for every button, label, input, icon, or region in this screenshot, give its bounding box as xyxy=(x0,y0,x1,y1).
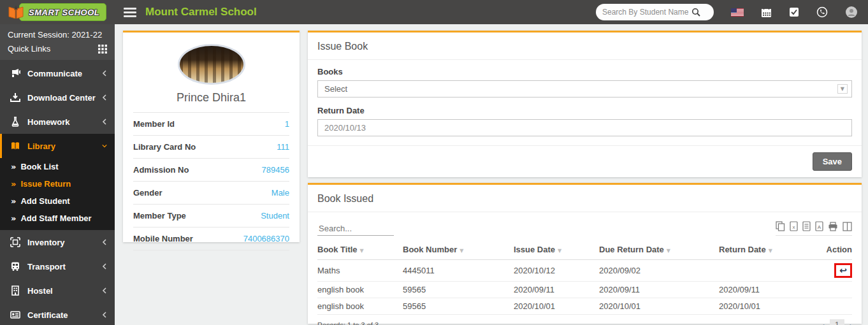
col-book-title[interactable]: Book Title▼ xyxy=(317,240,403,260)
cell-action xyxy=(821,298,852,315)
book-issued-card: Book Issued x A xyxy=(308,183,862,324)
sidebar-item-communicate[interactable]: Communicate xyxy=(0,61,115,85)
svg-text:A: A xyxy=(818,224,821,230)
cell-issue-date: 2020/10/01 xyxy=(514,298,599,315)
brand-logo[interactable]: SMART SCHOOL xyxy=(0,3,115,21)
download-icon xyxy=(10,92,20,103)
col-due-return-date[interactable]: Due Return Date▼ xyxy=(599,240,719,260)
flask-icon xyxy=(10,117,20,127)
svg-text:x: x xyxy=(793,224,795,230)
cell-action: ↩ xyxy=(821,260,852,282)
brand-pill: SMART SCHOOL xyxy=(19,3,106,21)
pdf-icon[interactable]: A xyxy=(815,221,823,231)
submenu-item-add-staff-member[interactable]: » Add Staff Member xyxy=(0,210,115,227)
csv-icon[interactable] xyxy=(802,221,811,231)
export-buttons: x A xyxy=(776,221,852,236)
sidebar-item-download-center[interactable]: Download Center xyxy=(0,85,115,110)
pagination: ‹ 1 › xyxy=(822,319,852,325)
books-select[interactable]: Select ▼ xyxy=(317,80,852,98)
table-search-input[interactable] xyxy=(317,222,394,236)
current-session-label: Current Session: 2021-22 xyxy=(8,30,107,40)
chevron-left-icon xyxy=(102,263,107,270)
bullet-icon: » xyxy=(11,162,16,171)
user-avatar[interactable] xyxy=(845,6,858,18)
sidebar-menu: Communicate Download Center Homework Lib… xyxy=(0,60,115,325)
library-submenu: » Book List » Issue Return » Add Student… xyxy=(0,158,115,230)
certificate-icon xyxy=(10,310,20,320)
sidebar-item-homework[interactable]: Homework xyxy=(0,110,115,134)
cell-action xyxy=(821,282,852,298)
prev-page-button[interactable]: ‹ xyxy=(822,321,825,325)
cell-issue-date: 2020/09/11 xyxy=(514,282,599,298)
submenu-item-issue-return[interactable]: » Issue Return xyxy=(0,175,115,192)
cell-due-return-date: 2020/10/01 xyxy=(599,298,719,315)
sort-icon: ▼ xyxy=(558,248,561,254)
sort-icon: ▼ xyxy=(667,248,670,254)
sidebar-item-transport[interactable]: Transport xyxy=(0,254,115,278)
language-flag-icon[interactable] xyxy=(731,8,744,17)
brand-name: SMART SCHOOL xyxy=(29,8,99,17)
topbar-actions xyxy=(596,4,868,20)
sidebar-item-label: Hostel xyxy=(27,286,53,296)
grid-icon[interactable] xyxy=(98,45,107,54)
chevron-left-icon xyxy=(102,119,107,125)
cell-book-number: 4445011 xyxy=(403,260,514,282)
bus-icon xyxy=(10,261,20,271)
school-name-title: Mount Carmel School xyxy=(145,6,257,18)
quick-links[interactable]: Quick Links xyxy=(8,44,107,54)
chevron-left-icon xyxy=(102,70,107,76)
chevron-left-icon xyxy=(102,94,107,101)
submenu-item-book-list[interactable]: » Book List xyxy=(0,158,115,175)
sidebar-item-label: Communicate xyxy=(27,69,82,78)
main-content: Prince Dhira1 Member Id 1 Library Card N… xyxy=(115,24,868,325)
session-block: Current Session: 2021-22 Quick Links xyxy=(0,24,115,60)
submenu-item-add-student[interactable]: » Add Student xyxy=(0,192,115,210)
sidebar-item-library[interactable]: Library xyxy=(0,134,115,158)
page-number-button[interactable]: 1 xyxy=(830,319,844,325)
issue-book-title: Issue Book xyxy=(308,32,862,60)
cell-issue-date: 2020/10/12 xyxy=(514,260,599,282)
sidebar-item-inventory[interactable]: Inventory xyxy=(0,230,115,254)
cell-return-date: 2020/09/11 xyxy=(719,282,821,298)
col-issue-date[interactable]: Issue Date▼ xyxy=(514,240,599,260)
whatsapp-icon[interactable] xyxy=(816,6,828,18)
bullet-icon: » xyxy=(11,196,16,206)
col-book-number[interactable]: Book Number▼ xyxy=(403,240,514,260)
cell-book-title: english book xyxy=(317,282,403,298)
copy-icon[interactable] xyxy=(776,221,785,231)
sidebar-item-certificate[interactable]: Certificate xyxy=(0,303,115,325)
member-name: Prince Dhira1 xyxy=(133,91,289,105)
chevron-down-icon xyxy=(102,143,107,149)
field-label: Library Card No xyxy=(133,142,196,152)
student-search-box[interactable] xyxy=(596,4,714,20)
next-page-button[interactable]: › xyxy=(850,321,852,325)
search-icon[interactable] xyxy=(691,8,700,17)
field-library-card-no: Library Card No 111 xyxy=(133,136,289,159)
return-date-input[interactable] xyxy=(317,119,852,136)
tasks-icon[interactable] xyxy=(789,7,799,17)
issue-book-card: Issue Book Books Select ▼ Return Date Sa… xyxy=(308,31,862,177)
excel-icon[interactable]: x xyxy=(790,221,798,231)
cell-due-return-date: 2020/09/02 xyxy=(599,260,719,282)
sidebar-item-label: Inventory xyxy=(27,238,65,247)
calendar-icon[interactable] xyxy=(761,7,772,18)
field-value: 7400686370 xyxy=(243,234,289,243)
return-book-icon[interactable]: ↩ xyxy=(839,265,847,275)
cell-book-number: 59565 xyxy=(403,298,514,315)
book-issued-table: Book Title▼ Book Number▼ Issue Date▼ Due… xyxy=(317,240,852,315)
books-select-value: Select xyxy=(324,84,347,94)
col-return-date[interactable]: Return Date▼ xyxy=(719,240,821,260)
column-visibility-icon[interactable] xyxy=(843,221,852,231)
sidebar-toggle-icon[interactable] xyxy=(124,6,136,19)
bullet-icon: » xyxy=(11,179,16,189)
student-search-input[interactable] xyxy=(602,8,691,17)
print-icon[interactable] xyxy=(828,221,838,231)
save-button[interactable]: Save xyxy=(813,152,852,171)
inventory-box-icon xyxy=(10,237,20,247)
issue-book-footer: Save xyxy=(308,145,862,177)
sidebar-item-hostel[interactable]: Hostel xyxy=(0,278,115,303)
dropdown-arrow-icon: ▼ xyxy=(837,84,848,94)
top-navbar: SMART SCHOOL Mount Carmel School xyxy=(0,0,868,24)
book-issued-title: Book Issued xyxy=(308,185,862,212)
table-header-row: Book Title▼ Book Number▼ Issue Date▼ Due… xyxy=(317,240,852,260)
